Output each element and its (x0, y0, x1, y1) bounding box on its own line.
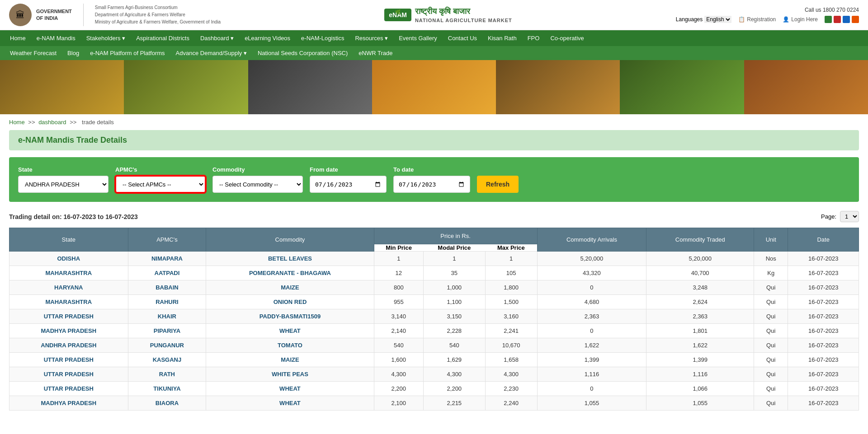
page-control: Page: 1 2 3 (821, 211, 859, 222)
state-label: State (18, 166, 108, 173)
sub-nav: Weather ForecastBloge-NAM Platform of Pl… (0, 46, 868, 60)
hero-img-3 (248, 60, 372, 114)
sub-nav-item-advance[interactable]: Advance Demand/Supply ▾ (170, 46, 252, 60)
top-header: 🏛 GOVERNMENT OF INDIA Small Farmers Agri… (0, 0, 868, 30)
col-state: State (9, 228, 128, 252)
breadcrumb-sep2: >> (70, 119, 76, 126)
hero-img-6 (620, 60, 744, 114)
ministry-text: Small Farmers Agri-Business Consortium D… (95, 4, 221, 26)
state-filter-group: State ANDHRA PRADESH UTTAR PRADESH MADHY… (18, 166, 108, 193)
page-title-bar: e-NAM Mandis Trade Details (9, 130, 859, 150)
header-right: Call us 1800 270 0224 Languages English … (676, 7, 859, 23)
enam-logo: eNAM राष्ट्रीय कृषि बाजार NATIONAL AGRIC… (384, 6, 512, 23)
col-unit: Unit (754, 228, 788, 252)
breadcrumb-home[interactable]: Home (9, 119, 25, 126)
to-date-input[interactable] (393, 176, 470, 193)
dot-green[interactable] (825, 16, 832, 23)
header-divider (83, 4, 84, 26)
dot-blue[interactable] (843, 16, 850, 23)
trade-section: Trading detail on: 16-07-2023 to 16-07-2… (9, 211, 859, 411)
main-nav-item-cooperative[interactable]: Co-operative (545, 30, 589, 46)
filter-row: State ANDHRA PRADESH UTTAR PRADESH MADHY… (18, 166, 850, 193)
col-modal-price: Modal Price (423, 244, 485, 252)
main-nav-item-resources[interactable]: Resources ▾ (349, 30, 393, 46)
col-arrivals: Commodity Arrivals (537, 228, 646, 252)
hero-strip (0, 60, 868, 114)
refresh-button[interactable]: Refresh (477, 176, 519, 193)
hero-img-5 (496, 60, 620, 114)
dot-red[interactable] (834, 16, 841, 23)
main-nav-item-aspirational[interactable]: Aspirational Districts (131, 30, 195, 46)
dot-orange[interactable] (852, 16, 859, 23)
login-button[interactable]: 👤 Login Here (783, 16, 818, 23)
table-row: UTTAR PRADESHKHAIRPADDY-BASMATI15093,140… (9, 309, 859, 324)
page-label: Page: (821, 213, 836, 220)
apmc-label: APMC's (115, 166, 206, 173)
page-select[interactable]: 1 2 3 (840, 211, 859, 222)
enam-hindi: राष्ट्रीय कृषि बाजार (415, 6, 512, 17)
main-nav-item-dashboard[interactable]: Dashboard ▾ (195, 30, 239, 46)
main-nav-item-kisan[interactable]: Kisan Rath (482, 30, 522, 46)
main-nav-item-logistics[interactable]: e-NAM-Logistics (296, 30, 349, 46)
state-select[interactable]: ANDHRA PRADESH UTTAR PRADESH MADHYA PRAD… (18, 176, 108, 193)
color-scheme-dots (825, 16, 859, 23)
language-dropdown[interactable]: English Hindi (704, 16, 731, 23)
main-nav-item-fpo[interactable]: FPO (522, 30, 545, 46)
main-nav-item-enam-mandis[interactable]: e-NAM Mandis (31, 30, 81, 46)
main-nav-item-stakeholders[interactable]: Stakeholders ▾ (81, 30, 131, 46)
enam-english: NATIONAL AGRICULTURE MARKET (415, 17, 512, 23)
gov-name: GOVERNMENT OF INDIA (36, 8, 72, 22)
login-icon: 👤 (783, 16, 789, 23)
enam-badge: eNAM (384, 9, 411, 21)
call-us: Call us 1800 270 0224 (805, 7, 859, 13)
main-nav: Homee-NAM MandisStakeholders ▾Aspiration… (0, 30, 868, 46)
hero-img-7 (744, 60, 868, 114)
enam-title: राष्ट्रीय कृषि बाजार NATIONAL AGRICULTUR… (415, 6, 512, 23)
breadcrumb: Home >> dashboard >> trade details (0, 114, 868, 130)
table-row: MAHARASHTRARAHURIONION RED9551,1001,5004… (9, 295, 859, 309)
table-row: HARYANABABAINMAIZE8001,0001,80003,248Qui… (9, 280, 859, 295)
commodity-select[interactable]: -- Select Commodity -- (212, 176, 303, 193)
main-nav-item-events[interactable]: Events Gallery (393, 30, 443, 46)
registration-button[interactable]: 📋 Registration (738, 16, 776, 23)
table-row: UTTAR PRADESHKASGANJMAIZE1,6001,6291,658… (9, 353, 859, 367)
from-date-input[interactable] (310, 176, 387, 193)
reg-icon: 📋 (738, 16, 745, 23)
from-date-filter-group: From date (310, 166, 387, 193)
col-commodity: Commodity (206, 228, 374, 252)
main-nav-item-home[interactable]: Home (5, 30, 31, 46)
gov-emblem-icon: 🏛 (9, 4, 32, 26)
col-max-price: Max Price (485, 244, 537, 252)
to-date-label: To date (393, 166, 470, 173)
page-title: e-NAM Mandis Trade Details (18, 135, 850, 145)
table-row: UTTAR PRADESHTIKUNIYAWHEAT2,2002,2002,23… (9, 382, 859, 396)
sub-nav-item-pop[interactable]: e-NAM Platform of Platforms (85, 46, 170, 60)
commodity-label: Commodity (212, 166, 303, 173)
trade-table: State APMC's Commodity Price in Rs. Comm… (9, 228, 859, 411)
sub-nav-item-weather[interactable]: Weather Forecast (5, 46, 62, 60)
sub-nav-item-blog[interactable]: Blog (62, 46, 85, 60)
sub-nav-item-enwr[interactable]: eNWR Trade (353, 46, 398, 60)
breadcrumb-current: trade details (82, 119, 114, 126)
hero-img-1 (0, 60, 124, 114)
to-date-filter-group: To date (393, 166, 470, 193)
breadcrumb-dashboard[interactable]: dashboard (38, 119, 66, 126)
col-apmc: APMC's (128, 228, 206, 252)
commodity-filter-group: Commodity -- Select Commodity -- (212, 166, 303, 193)
main-nav-item-contact[interactable]: Contact Us (443, 30, 482, 46)
table-row: ODISHANIMAPARABETEL LEAVES1115,20,0005,2… (9, 252, 859, 266)
apmc-select[interactable]: -- Select APMCs -- (115, 176, 206, 193)
language-selector[interactable]: Languages English Hindi (676, 16, 731, 23)
from-date-label: From date (310, 166, 387, 173)
trade-detail-title: Trading detail on: 16-07-2023 to 16-07-2… (9, 213, 138, 220)
main-nav-item-elearning[interactable]: eLearning Videos (239, 30, 296, 46)
languages-label: Languages (676, 16, 703, 23)
sub-nav-item-nsc[interactable]: National Seeds Corporation (NSC) (252, 46, 353, 60)
header-actions: Languages English Hindi 📋 Registration 👤… (676, 16, 859, 23)
table-row: UTTAR PRADESHRATHWHITE PEAS4,3004,3004,3… (9, 367, 859, 382)
table-row: MAHARASHTRAAATPADIPOMEGRANATE - BHAGAWA1… (9, 266, 859, 280)
col-price: Price in Rs. (374, 228, 537, 244)
col-traded: Commodity Traded (646, 228, 754, 252)
filter-bar: State ANDHRA PRADESH UTTAR PRADESH MADHY… (9, 157, 859, 202)
apmc-filter-group: APMC's -- Select APMCs -- (115, 166, 206, 193)
